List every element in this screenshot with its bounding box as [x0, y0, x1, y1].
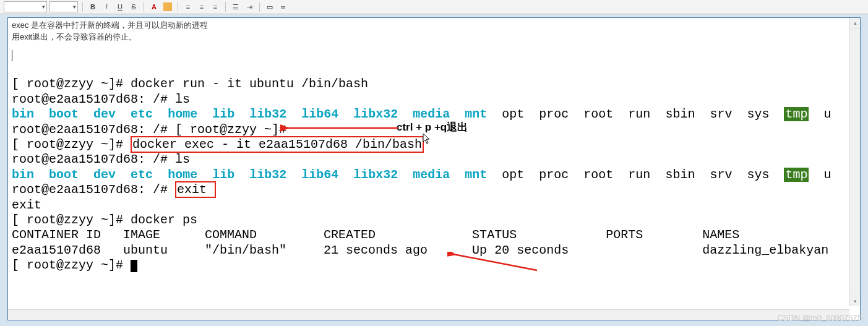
underline-button[interactable]: U [114, 1, 126, 12]
align-center-button[interactable]: ≡ [196, 1, 207, 12]
highlight-button[interactable] [162, 1, 173, 12]
vertical-scrollbar[interactable]: ▴ ▾ [849, 18, 860, 306]
font-size-select[interactable] [49, 1, 78, 12]
image-button[interactable]: ▭ [264, 1, 275, 12]
scroll-down-button[interactable]: ▾ [850, 296, 860, 306]
link-button[interactable]: ∞ [278, 1, 289, 12]
font-color-button[interactable]: A [148, 1, 160, 12]
align-left-button[interactable]: ≡ [183, 1, 194, 12]
note-line-2: 用exit退出，不会导致容器的停止。 [12, 32, 856, 43]
font-family-select[interactable] [4, 1, 47, 12]
note-line-1: exec 是在容器中打开新的终端，并且可以启动新的进程 [12, 20, 856, 32]
annotation-ctrlpq: ctrl + p +q退出 [397, 120, 468, 134]
note-text: exec 是在容器中打开新的终端，并且可以启动新的进程 用exit退出，不会导致… [8, 18, 860, 43]
editor-pane: exec 是在容器中打开新的终端，并且可以启动新的进程 用exit退出，不会导致… [7, 17, 861, 320]
list-button[interactable]: ☰ [230, 1, 241, 12]
watermark: CSDN @m0_60907575 [777, 313, 862, 322]
italic-button[interactable]: I [101, 1, 112, 12]
scroll-up-button[interactable]: ▴ [850, 18, 860, 28]
bold-button[interactable]: B [87, 1, 98, 12]
mouse-cursor-icon [423, 133, 431, 147]
align-right-button[interactable]: ≡ [210, 1, 221, 12]
indent-button[interactable]: ⇥ [244, 1, 255, 12]
editor-toolbar: B I U S A ≡ ≡ ≡ ☰ ⇥ ▭ ∞ [0, 0, 868, 14]
terminal-output[interactable]: [ root@zzyy ~]# docker run - it ubuntu /… [8, 43, 860, 273]
horizontal-scrollbar[interactable] [8, 309, 849, 320]
strike-button[interactable]: S [128, 1, 139, 12]
